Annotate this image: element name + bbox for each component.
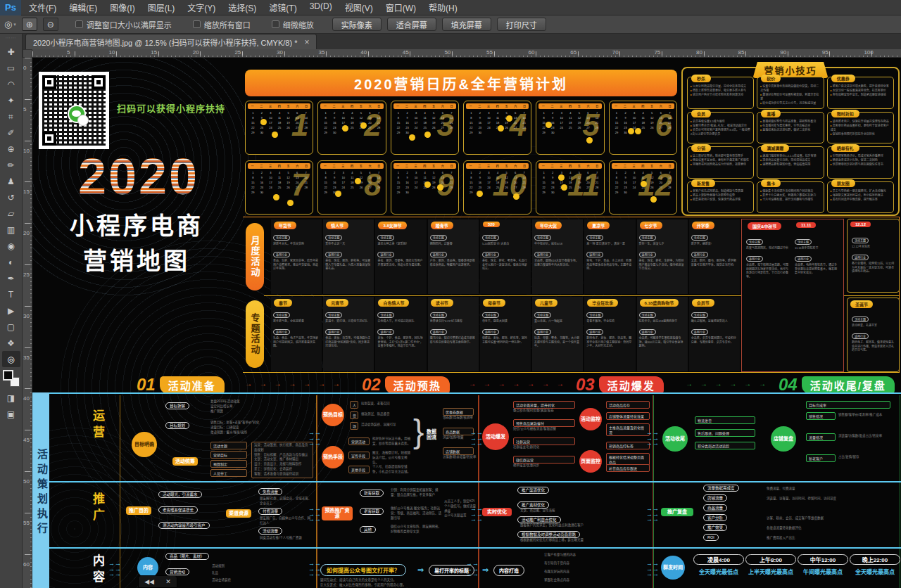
- menu-item[interactable]: 图层(L): [141, 0, 182, 15]
- realtime-node: 实时优化: [482, 508, 512, 516]
- ruler-number: 75: [654, 49, 660, 56]
- day-number: 14: [593, 116, 602, 120]
- rewind-button[interactable]: ◀◀: [144, 578, 154, 585]
- menu-item[interactable]: 滤镜(T): [263, 0, 303, 15]
- menu-item[interactable]: 编辑(E): [63, 0, 103, 15]
- day-number: 18: [566, 181, 575, 184]
- day-number: 17: [266, 121, 275, 124]
- day-number: 30: [403, 191, 412, 194]
- theme-label: 活动主题: [273, 235, 290, 241]
- blur-tool[interactable]: ◉: [2, 238, 20, 254]
- industry-label: 适用行业: [430, 329, 447, 335]
- preheat-promo-node: 预热推广资源: [322, 506, 353, 520]
- menu-item[interactable]: 帮助(H): [422, 0, 464, 15]
- day-number: 26: [502, 186, 511, 189]
- preheat-method: 宣传手段: [348, 452, 370, 459]
- resize-windows-checkbox[interactable]: 调整窗口大小以满屏显示: [75, 19, 172, 30]
- canvas-document[interactable]: 扫码可以获得小程序扶持 2020 小程序电商 营销地图 2020营销日历&全年营…: [32, 58, 901, 588]
- shape-tool[interactable]: ▢: [2, 319, 20, 335]
- gradient-tool[interactable]: ▥: [2, 222, 20, 238]
- marquee-tool[interactable]: ▭: [2, 60, 20, 76]
- zoom-all-windows-checkbox[interactable]: 缩放所有窗口: [193, 19, 251, 30]
- brush-tool[interactable]: ✏: [2, 157, 20, 173]
- screen-mode-button[interactable]: ▣: [2, 406, 20, 422]
- menu-item[interactable]: 视图(V): [339, 0, 379, 15]
- floating-controls: ◀◀ ✕: [138, 575, 177, 588]
- menu-item[interactable]: 3D(D): [303, 0, 339, 15]
- day-number: 23: [548, 186, 557, 189]
- day-number: 10: [557, 116, 566, 120]
- activity-card: 情人节活动主题爱你不止这一天适用行业美妆、珠宝、服饰、鲜花等，可设置情人节专属礼…: [323, 219, 374, 294]
- calendar-banner: 2020营销日历&全年营销计划: [245, 70, 677, 96]
- path-selection-tool[interactable]: ▶: [2, 302, 20, 319]
- day-number: 4: [566, 171, 575, 174]
- zoom-out-button[interactable]: ⊖: [43, 18, 58, 31]
- tip-line: 借助集卡活动提升活动期间用户回访频次: [760, 189, 820, 193]
- day-number: 8: [467, 176, 476, 179]
- theme-text: 年中狂好价，就在6/18: [534, 242, 581, 246]
- monthly-activity-label: 月度活动: [246, 223, 264, 290]
- color-swatches[interactable]: [3, 370, 20, 387]
- menu-item[interactable]: 窗口(W): [379, 0, 422, 15]
- pen-tool[interactable]: ✒: [2, 270, 20, 286]
- print-size-button[interactable]: 打印尺寸: [497, 18, 546, 31]
- weekday-label: 一: [251, 104, 253, 108]
- calendar-month: 一二三四五六日612345678910111213141516171819202…: [609, 101, 677, 155]
- dashed-arrow: → → → → → → →: [245, 380, 351, 390]
- foreground-color-swatch[interactable]: [3, 370, 13, 381]
- day-number: 2: [621, 171, 630, 174]
- ruler-number: 35: [23, 355, 30, 361]
- 1212-card: 12.12活动主题12.12年末狂欢适用行业各行业通用，延伸双11后，以12月为…: [847, 219, 900, 293]
- eyedropper-tool[interactable]: ✐: [2, 124, 20, 141]
- scrubby-zoom-checkbox[interactable]: 细微缩放: [272, 19, 314, 30]
- day-number: 29: [467, 191, 476, 194]
- coordination-box: 活动统筹: [172, 457, 198, 466]
- close-button[interactable]: ✕: [165, 578, 171, 585]
- document-tab[interactable]: 2020小程序电商营销地图.jpg @ 12.5% (扫码可以获得小程序扶持, …: [25, 34, 317, 49]
- zoom-tool[interactable]: ◎: [2, 351, 20, 367]
- ruler-number: 60: [23, 562, 30, 568]
- day-number: 24: [412, 126, 421, 129]
- fill-screen-button[interactable]: 填充屏幕: [442, 18, 491, 31]
- type-tool[interactable]: T: [2, 286, 20, 302]
- magic-wand-tool[interactable]: ✦: [2, 92, 20, 108]
- zoom-in-button[interactable]: ⊕: [22, 18, 37, 31]
- history-brush-tool[interactable]: ↺: [2, 189, 20, 205]
- day-number: 7: [593, 111, 602, 115]
- day-number: 8: [612, 176, 622, 179]
- day-number: 23: [258, 126, 267, 129]
- day-number: 28: [593, 126, 602, 129]
- monitor-item: 活动商品库存: [606, 401, 650, 409]
- menu-item[interactable]: 选择(S): [222, 0, 263, 15]
- day-number: 11: [275, 176, 284, 179]
- lasso-tool[interactable]: ◠: [2, 76, 20, 92]
- day-number: 15: [248, 181, 258, 184]
- calendar-days: 1234567891011121314151617181920212223242…: [248, 171, 310, 194]
- industry-text: 图书行业、知识付费类打造成书单推荐与购书优惠的专属书香购物节。: [430, 336, 477, 345]
- tab-close-icon[interactable]: ×: [304, 37, 309, 47]
- menu-item[interactable]: 文字(Y): [181, 0, 222, 15]
- quick-mask-button[interactable]: ◨: [2, 390, 20, 406]
- day-number: 17: [339, 121, 348, 124]
- clone-stamp-tool[interactable]: ♟: [2, 173, 20, 189]
- hand-tool[interactable]: ❖: [2, 335, 20, 351]
- eraser-tool[interactable]: ▱: [2, 205, 20, 222]
- menu-item[interactable]: 图像(I): [103, 0, 141, 15]
- actual-pixels-button[interactable]: 实际像素: [332, 18, 382, 31]
- zoom-tool-icon[interactable]: ◎▾: [4, 19, 16, 30]
- crop-tool[interactable]: ⌗: [2, 108, 20, 124]
- move-tool[interactable]: ✚: [2, 44, 20, 60]
- day-number: 17: [266, 181, 275, 184]
- healing-brush-tool[interactable]: ⊕: [2, 141, 20, 157]
- day-number: 1: [394, 111, 403, 115]
- title-tip-line: 巨大反差式：融入对比性强烈的事物，引起用户的猎奇心理。: [320, 583, 477, 588]
- fit-screen-button[interactable]: 适合屏幕: [387, 18, 436, 31]
- industry-label: 适用行业: [430, 252, 447, 257]
- day-number: 24: [630, 186, 639, 189]
- dodge-tool[interactable]: ◐: [2, 254, 20, 270]
- menu-item[interactable]: 文件(F): [23, 0, 63, 15]
- industry-label: 适用行业: [746, 256, 763, 262]
- day-number: 7: [519, 111, 529, 115]
- ruler-number: 95: [822, 49, 828, 56]
- activity-title: 12.12: [850, 222, 871, 227]
